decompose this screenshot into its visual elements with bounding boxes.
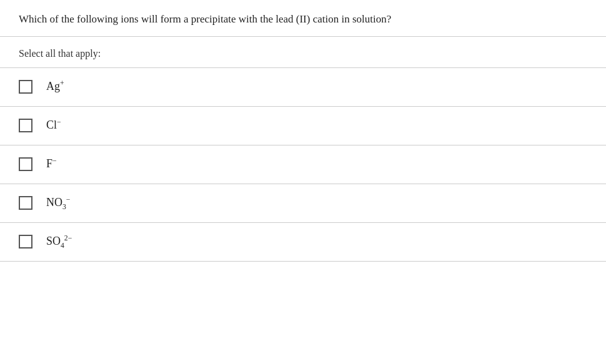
instructions-text: Select all that apply:: [19, 48, 101, 59]
instructions-section: Select all that apply:: [0, 37, 606, 68]
checkbox-so4[interactable]: [19, 235, 32, 248]
checkbox-cl[interactable]: [19, 119, 32, 132]
question-section: Which of the following ions will form a …: [0, 0, 606, 37]
option-row-f: F−: [0, 145, 606, 184]
option-label-no3: NO3−: [46, 195, 70, 210]
option-label-so4: SO42−: [46, 234, 72, 249]
question-text: Which of the following ions will form a …: [19, 13, 391, 25]
option-row-ag: Ag+: [0, 68, 606, 107]
page-container: Which of the following ions will form a …: [0, 0, 606, 364]
option-row-no3: NO3−: [0, 184, 606, 223]
checkbox-no3[interactable]: [19, 196, 32, 210]
option-label-f: F−: [46, 156, 57, 172]
checkbox-f[interactable]: [19, 157, 32, 171]
checkbox-ag[interactable]: [19, 80, 32, 94]
option-row-so4: SO42−: [0, 223, 606, 262]
option-row-cl: Cl−: [0, 107, 606, 145]
option-label-ag: Ag+: [46, 79, 64, 94]
option-label-cl: Cl−: [46, 117, 61, 133]
